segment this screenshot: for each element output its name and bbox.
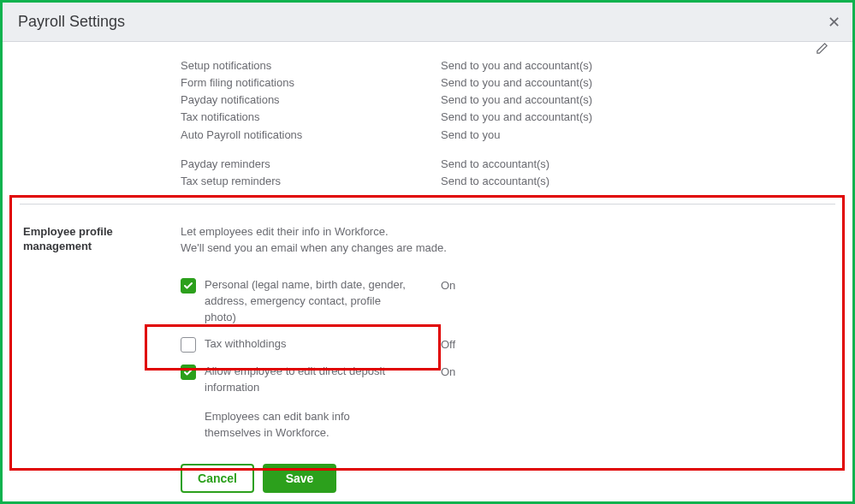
save-button[interactable]: Save [263, 464, 336, 493]
notif-label: Tax notifications [181, 109, 437, 126]
cancel-button[interactable]: Cancel [181, 464, 254, 493]
reminder-label: Tax setup reminders [181, 173, 437, 190]
checkbox-direct-deposit[interactable] [181, 365, 196, 380]
checkbox-personal[interactable] [181, 278, 196, 294]
notifications-section: Setup notifications Send to you and acco… [3, 42, 852, 197]
checkbox-label: Tax withholdings [205, 336, 286, 353]
reminder-label: Payday reminders [181, 156, 437, 173]
modal-title: Payroll Settings [18, 13, 125, 31]
close-icon[interactable]: ✕ [828, 15, 840, 30]
modal-body: Setup notifications Send to you and acco… [3, 42, 852, 501]
notif-label: Setup notifications [181, 57, 437, 74]
checkbox-tax-withholdings[interactable] [181, 337, 196, 353]
modal-header: Payroll Settings ✕ [3, 3, 852, 42]
notif-label: Payday notifications [181, 92, 437, 109]
notif-value: Send to you and accountant(s) [441, 92, 832, 109]
section-heading-blank [23, 57, 177, 74]
intro-line: We'll send you an email when any changes… [181, 241, 447, 254]
notif-value: Send to you and accountant(s) [441, 57, 832, 74]
notif-label: Form filing notifications [181, 74, 437, 92]
section-intro: Let employees edit their info in Workfor… [181, 223, 832, 257]
section-heading: Employee profile management [23, 223, 177, 272]
notif-value: Send to you and accountant(s) [441, 74, 832, 92]
reminder-value: Send to accountant(s) [441, 173, 832, 190]
notif-value: Send to you and accountant(s) [441, 109, 832, 126]
intro-line: Let employees edit their info in Workfor… [181, 225, 389, 238]
notif-label: Auto Payroll notifications [181, 127, 437, 144]
option-state: On [441, 272, 832, 331]
reminder-value: Send to accountant(s) [441, 156, 832, 173]
option-state: On [441, 359, 832, 401]
checkbox-label: Personal (legal name, birth date, gender… [205, 277, 410, 326]
notif-value: Send to you [441, 127, 832, 144]
payroll-settings-modal: Payroll Settings ✕ Setup notifications S… [0, 0, 855, 504]
checkbox-label: Allow employee to edit direct deposit in… [205, 364, 410, 396]
option-state: Off [441, 331, 832, 359]
employee-profile-management-section: Employee profile management Let employee… [3, 205, 852, 501]
sub-note: Employees can edit bank info themselves … [181, 409, 403, 442]
